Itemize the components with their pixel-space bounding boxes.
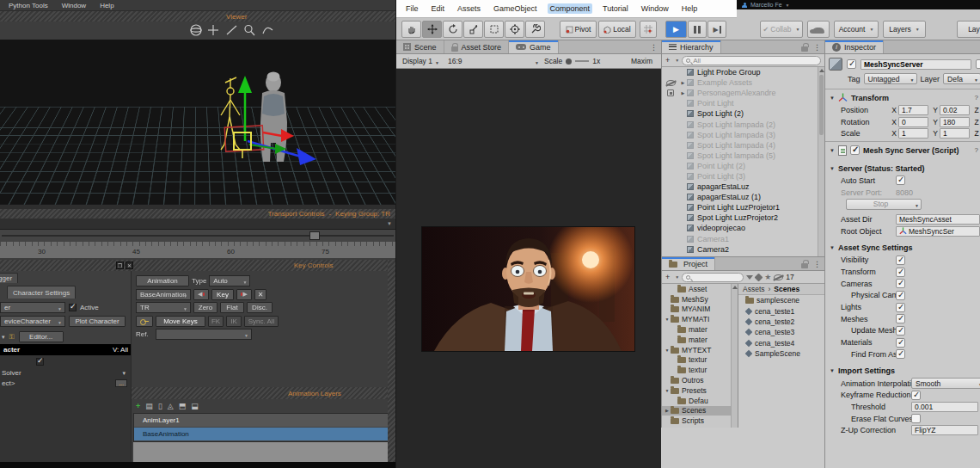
hierarchy-item[interactable]: Point Light LuzProjetor1 [662, 202, 818, 212]
restore-pane-icon[interactable]: ❐ [116, 262, 124, 269]
lock-panel-icon[interactable] [801, 263, 808, 268]
hierarchy-item[interactable]: Camera2 [662, 244, 818, 255]
checkbox[interactable] [896, 256, 905, 265]
hierarchy-item[interactable]: Point Light [662, 98, 818, 108]
search-by-label-icon[interactable] [755, 273, 763, 281]
checkbox[interactable] [896, 303, 905, 312]
breadcrumb-current[interactable]: Scenes [774, 285, 799, 293]
animation-layer-row[interactable]: BaseAnimation [134, 428, 393, 441]
checkbox[interactable] [896, 349, 905, 359]
timeline-range-bar[interactable]: ▼ [0, 219, 395, 230]
expand-arrow-icon[interactable]: ▼ [664, 348, 671, 353]
expand-arrow-icon[interactable]: ▶ [664, 408, 671, 413]
layers-stack-icon[interactable]: ▤ [145, 402, 153, 410]
checkbox[interactable] [911, 391, 921, 400]
animation-layer-row[interactable]: AnimLayer1 [134, 414, 393, 428]
panel-menu-icon[interactable]: ⋮ [650, 43, 658, 52]
create-dropdown-icon[interactable]: ▼ [675, 58, 679, 63]
checkbox[interactable] [911, 414, 921, 423]
stop-button[interactable]: Stop [846, 199, 922, 210]
expand-arrow-icon[interactable]: ▶ [679, 80, 687, 85]
local-toggle-button[interactable]: Local [598, 21, 636, 38]
axis-y-field[interactable]: 0.02 [940, 105, 970, 115]
browse-button[interactable]: ... [115, 379, 127, 387]
project-folder-row[interactable]: Outros [662, 375, 731, 385]
aspect-ratio-dropdown[interactable]: 16:9 [444, 56, 541, 66]
project-file-row[interactable]: cena_teste4 [738, 338, 824, 348]
menu-item-gameobject[interactable]: GameObject [491, 3, 540, 14]
hierarchy-item[interactable]: Spot Light lampada (2) [662, 119, 818, 129]
flat-key-button[interactable]: Flat [220, 302, 244, 313]
value-field[interactable]: FlipYZ [911, 425, 978, 435]
menu-item-edit[interactable]: Edit [429, 3, 448, 14]
project-folder-row[interactable]: mater [662, 335, 731, 345]
slider-track[interactable] [2, 235, 394, 237]
previous-key-button[interactable]: ◀ [193, 289, 209, 300]
plot-character-button[interactable]: Plot Character [69, 316, 126, 327]
character-active-checkbox[interactable] [36, 358, 44, 366]
transform-tool-button[interactable] [505, 21, 524, 38]
solver-dropdown-icon[interactable]: ▾ [122, 370, 126, 377]
asset-sync-section-header[interactable]: ▼ Asset Sync Settings [825, 242, 980, 255]
hierarchy-item[interactable]: ▶Example Assets [662, 77, 818, 88]
fk-button[interactable]: FK [208, 316, 224, 327]
scale-tool-button[interactable] [463, 21, 483, 38]
server-section-header[interactable]: ▼ Server (Status: Started) [825, 162, 980, 175]
checkbox[interactable] [896, 291, 905, 300]
project-folder-row[interactable]: MYANIM [662, 305, 731, 315]
favorites-icon[interactable]: ★ [764, 274, 771, 281]
expand-arrow-icon[interactable]: ▼ [664, 388, 671, 393]
axis-x-field[interactable]: 0 [898, 117, 928, 127]
project-folder-row[interactable]: mater [662, 324, 731, 335]
timeline-slider[interactable] [0, 230, 395, 242]
keying-group-dropdown[interactable]: TR [136, 302, 191, 313]
static-checkbox[interactable] [976, 59, 980, 69]
hierarchy-item[interactable]: Camera1 [662, 234, 818, 244]
custom-tool-button[interactable] [525, 21, 545, 38]
game-view[interactable] [396, 69, 661, 468]
create-button[interactable]: + [665, 56, 670, 65]
axis-y-field[interactable]: 1 [940, 128, 970, 139]
project-search-input[interactable] [682, 273, 744, 282]
play-button[interactable]: ▶ [665, 21, 687, 38]
lock-icon[interactable]: ⚿ [9, 333, 15, 342]
project-file-row[interactable]: samplescene [738, 295, 824, 305]
checkbox[interactable] [896, 279, 905, 288]
scale-slider-knob[interactable] [566, 58, 572, 65]
checkbox[interactable] [896, 314, 905, 323]
character-source-dropdown[interactable]: er [0, 302, 65, 313]
tab-hierarchy[interactable]: Hierarchy [662, 40, 721, 53]
collab-dropdown[interactable]: ✔Collab▼ [760, 21, 803, 38]
component-enabled-checkbox[interactable] [850, 145, 860, 155]
transform-header[interactable]: ▼ Transform ? [825, 91, 980, 104]
editor-button[interactable]: Editor... [19, 331, 64, 342]
gameobject-icon[interactable] [829, 58, 842, 71]
key-type-dropdown[interactable]: Auto [209, 275, 250, 286]
tab-game[interactable]: Game [509, 40, 559, 53]
hierarchy-item[interactable]: Spot Light lampada (3) [662, 130, 818, 140]
step-button[interactable]: ▶ [707, 21, 726, 38]
zero-key-button[interactable]: Zero [193, 302, 217, 313]
merge-layers-icon[interactable]: ⬒ [179, 402, 187, 410]
project-folder-row[interactable]: textur [662, 355, 731, 366]
animation-layer-dropdown[interactable]: BaseAnimation [136, 289, 191, 300]
sync-all-button[interactable]: Sync. All [244, 316, 279, 327]
animation-menu-button[interactable]: Animation [136, 275, 189, 286]
project-folder-row[interactable]: ▼Presets [662, 385, 731, 396]
checkbox[interactable] [896, 268, 905, 277]
move-keys-button[interactable]: Move Keys [156, 316, 205, 327]
menu-item-help[interactable]: Help [100, 2, 113, 9]
hierarchy-item[interactable]: apagarEstaLuz [662, 182, 818, 192]
axis-x-field[interactable]: 1.7 [898, 105, 928, 115]
root-object-field[interactable]: MeshSyncSer [896, 226, 980, 237]
pivot-toggle-button[interactable]: Pivot [560, 21, 597, 38]
project-folder-row[interactable]: ▶Scenes [662, 406, 731, 416]
reference-dropdown[interactable] [156, 329, 252, 340]
delete-layer-icon[interactable]: ▯ [158, 402, 162, 410]
hierarchy-item[interactable]: Spot Light LuzProjetor2 [662, 212, 818, 223]
create-button[interactable]: + [665, 273, 670, 281]
hierarchy-item[interactable]: Point Light (3) [662, 171, 818, 182]
checkbox[interactable] [896, 338, 905, 348]
account-dropdown[interactable]: Account▼ [834, 21, 879, 38]
breadcrumb-root[interactable]: Assets [743, 285, 765, 293]
